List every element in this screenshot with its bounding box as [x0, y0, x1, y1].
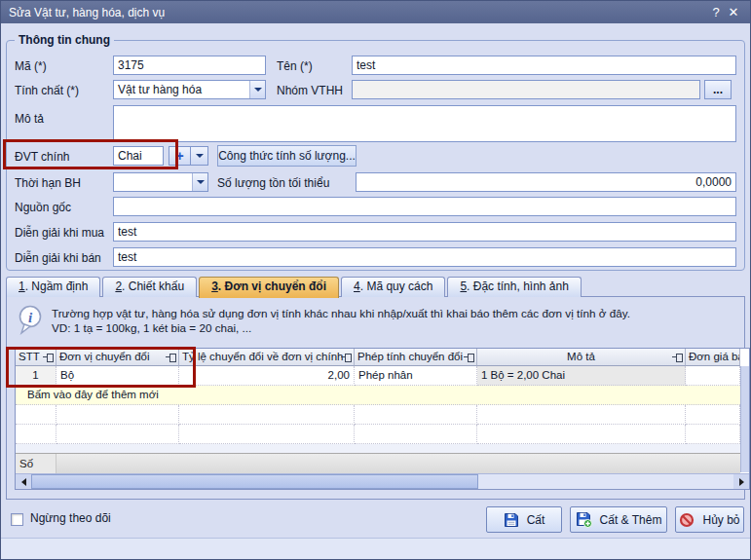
edit-item-dialog: Sửa Vật tư, hàng hóa, dịch vụ ? ✕ Thông …	[0, 0, 751, 560]
window-title: Sửa Vật tư, hàng hóa, dịch vụ	[9, 6, 707, 19]
tab-don-vi-chuyen-doi[interactable]: 3. Đơn vị chuyển đổi	[199, 277, 339, 298]
info-icon: i	[17, 304, 46, 335]
min-stock-label: Số lượng tồn tối thiểu	[217, 174, 329, 192]
grid-row-count: Số d...	[16, 454, 56, 473]
main-unit-label: ĐVT chính	[15, 148, 69, 166]
cancel-button-label: Hủy bỏ	[702, 513, 739, 527]
sale-desc-input[interactable]	[113, 247, 736, 267]
save-and-add-button[interactable]: Cất & Thêm	[570, 506, 667, 533]
table-row: 1 Bộ 2,00 Phép nhân 1 Bộ = 2,00 Chai	[16, 366, 740, 386]
cancel-button[interactable]: Hủy bỏ	[675, 506, 744, 533]
warranty-label: Thời hạn BH	[15, 174, 81, 192]
save-and-add-button-label: Cất & Thêm	[600, 513, 662, 527]
warranty-combobox[interactable]	[113, 172, 208, 192]
info-line-1: Trường hợp vật tư, hàng hóa sử dụng đơn …	[52, 306, 630, 320]
origin-input[interactable]	[113, 197, 736, 216]
cancel-icon	[679, 512, 695, 528]
title-bar[interactable]: Sửa Vật tư, hàng hóa, dịch vụ ? ✕	[1, 1, 750, 23]
tab-strip: 1. Ngầm định 2. Chiết khấu 3. Đơn vị chu…	[6, 277, 582, 297]
grid-filler	[16, 444, 740, 453]
stop-tracking-checkbox[interactable]	[11, 513, 23, 526]
type-combobox-value: Vật tư hàng hóa	[114, 81, 249, 98]
cell-don-gia-ban[interactable]	[686, 366, 740, 386]
scrollbar-thumb[interactable]	[31, 474, 478, 489]
tab-dac-tinh-hinh-anh[interactable]: 5. Đặc tính, hình ảnh	[447, 277, 581, 297]
description-input[interactable]	[113, 105, 736, 142]
purchase-desc-input[interactable]	[113, 222, 736, 242]
grid-add-new-row[interactable]: Bấm vào đây để thêm mới	[16, 386, 740, 405]
help-icon[interactable]: ?	[707, 5, 725, 19]
scroll-left-icon[interactable]	[16, 474, 31, 489]
cell-mo-ta: 1 Bộ = 2,00 Chai	[477, 366, 686, 386]
min-stock-input[interactable]	[356, 172, 736, 192]
grid-header-row: STT Đơn vị chuyển đổi Tỷ lệ chuyển đổi v…	[16, 349, 740, 366]
column-header-stt[interactable]: STT	[16, 349, 56, 366]
code-input[interactable]	[113, 56, 266, 75]
stop-tracking-label: Ngừng theo dõi	[30, 511, 111, 525]
status-strip	[1, 538, 750, 559]
save-button[interactable]: Cất	[486, 506, 562, 533]
sale-desc-label: Diễn giải khi bán	[15, 249, 101, 267]
unit-conversion-grid: STT Đơn vị chuyển đổi Tỷ lệ chuyển đổi v…	[15, 348, 750, 490]
description-label: Mô tả	[15, 110, 44, 128]
tab-chiet-khau[interactable]: 2. Chiết khấu	[102, 277, 197, 297]
type-combobox[interactable]: Vật tư hàng hóa	[113, 80, 266, 99]
cell-don-vi[interactable]: Bộ	[56, 366, 179, 386]
unit-dropdown-button[interactable]	[190, 146, 208, 166]
group-field-label: Nhóm VTHH	[277, 82, 343, 99]
vertical-scrollbar[interactable]	[740, 366, 749, 472]
chevron-down-icon[interactable]	[249, 81, 265, 98]
horizontal-scrollbar[interactable]	[16, 473, 749, 489]
group-field-input	[352, 80, 700, 99]
close-icon[interactable]: ✕	[725, 5, 742, 19]
main-unit-input[interactable]	[113, 146, 164, 166]
save-button-label: Cất	[527, 513, 545, 527]
name-label: Tên (*)	[277, 57, 313, 75]
tab-ngam-dinh[interactable]: 1. Ngầm định	[6, 277, 100, 297]
code-label: Mã (*)	[15, 57, 47, 75]
info-text: Trường hợp vật tư, hàng hóa sử dụng đơn …	[52, 306, 630, 335]
group-title: Thông tin chung	[15, 33, 114, 47]
column-pin-icon[interactable]	[464, 354, 473, 361]
column-header-phep-tinh[interactable]: Phép tính chuyển đổi	[355, 349, 477, 366]
column-header-ty-le[interactable]: Tỷ lệ chuyển đổi về đơn vị chính	[179, 349, 355, 366]
browse-button[interactable]: ...	[704, 80, 732, 99]
chevron-down-icon[interactable]	[192, 173, 207, 191]
grid-footer-row: Số d...	[16, 453, 740, 473]
save-icon	[504, 512, 519, 528]
tab-ma-quy-cach[interactable]: 4. Mã quy cách	[341, 277, 445, 297]
add-unit-button[interactable]: +	[169, 146, 191, 166]
column-pin-icon[interactable]	[341, 354, 351, 361]
scroll-right-icon[interactable]	[733, 474, 749, 489]
cell-ty-le[interactable]: 2,00	[179, 366, 355, 386]
grid-empty-row	[16, 425, 740, 444]
origin-label: Nguồn gốc	[15, 199, 71, 216]
column-header-don-gia-ban[interactable]: Đơn giá bán	[686, 349, 740, 366]
cell-stt[interactable]: 1	[16, 366, 56, 386]
column-pin-icon[interactable]	[672, 354, 682, 361]
name-input[interactable]	[352, 56, 736, 75]
save-add-icon	[576, 511, 592, 528]
warranty-combobox-value	[114, 173, 192, 191]
column-header-mo-ta[interactable]: Mô tả	[477, 349, 686, 366]
column-pin-icon[interactable]	[166, 354, 175, 361]
grid-empty-row	[16, 405, 740, 425]
type-label: Tính chất (*)	[15, 82, 79, 99]
purchase-desc-label: Diễn giải khi mua	[15, 224, 104, 242]
info-line-2: VD: 1 tạ = 100kg, 1 két bia = 20 chai, .…	[52, 320, 630, 335]
quantity-formula-button[interactable]: Công thức tính số lượng...	[217, 145, 357, 167]
unit-conversion-panel: i Trường hợp vật tư, hàng hóa sử dụng đơ…	[6, 296, 745, 500]
column-pin-icon[interactable]	[43, 354, 53, 361]
column-header-don-vi[interactable]: Đơn vị chuyển đổi	[56, 349, 179, 366]
cell-phep-tinh[interactable]: Phép nhân	[355, 366, 477, 386]
